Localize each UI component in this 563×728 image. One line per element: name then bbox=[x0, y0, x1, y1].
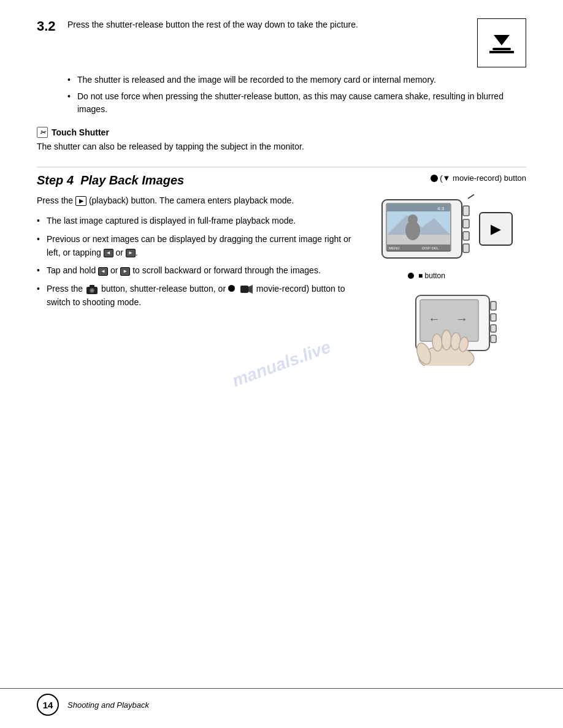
circle-bullet2-icon bbox=[228, 285, 235, 292]
step4-bullet1: The last image captured is displayed in … bbox=[37, 214, 367, 228]
svg-rect-21 bbox=[463, 219, 469, 228]
camera-label-bullet bbox=[408, 273, 414, 279]
svg-text:4:3: 4:3 bbox=[437, 206, 445, 211]
svg-text:→: → bbox=[456, 312, 468, 325]
svg-text:MENU: MENU bbox=[389, 246, 400, 250]
camera-inline-icon bbox=[86, 285, 98, 294]
step4-bullet3c: to scroll backward or forward through th… bbox=[132, 265, 321, 275]
svg-text:DISP  DEL: DISP DEL bbox=[422, 246, 439, 250]
camera-diagram-row: MENU DISP DEL 4:3 bbox=[379, 194, 526, 280]
svg-rect-31 bbox=[491, 314, 496, 321]
svg-rect-30 bbox=[491, 301, 496, 310]
hand-diagram-wrapper: ← → bbox=[379, 286, 526, 366]
down-arrow-icon bbox=[492, 32, 511, 47]
hand-diagram-svg: ← → bbox=[413, 286, 526, 366]
svg-point-37 bbox=[442, 330, 451, 350]
step4-bullet3b: or bbox=[110, 265, 118, 275]
movie-inline-icon bbox=[240, 285, 253, 294]
touch-shutter-text: The shutter can also be released by tapp… bbox=[37, 140, 526, 153]
svg-rect-2 bbox=[489, 51, 514, 53]
footer: 14 Shooting and Playback bbox=[0, 688, 563, 716]
step32-bullet2: Do not use force when pressing the shutt… bbox=[67, 90, 526, 116]
step4-bullet2: Previous or next images can be displayed… bbox=[37, 233, 367, 259]
step4-bullet2b: or bbox=[116, 248, 123, 257]
svg-rect-32 bbox=[491, 325, 496, 332]
touch-shutter-title-text: Touch Shutter bbox=[52, 127, 109, 137]
camera-label-text: ■ button bbox=[418, 271, 445, 280]
svg-rect-20 bbox=[463, 206, 469, 216]
svg-rect-33 bbox=[491, 335, 496, 343]
left-arrow-icon2: ◄ bbox=[98, 267, 108, 276]
right-arrow-icon2: ► bbox=[120, 267, 130, 276]
step4-right: MENU DISP DEL 4:3 bbox=[379, 194, 526, 366]
step32-bullets: The shutter is released and the image wi… bbox=[67, 74, 526, 116]
left-arrow-icon: ◄ bbox=[104, 249, 113, 257]
step4-content: Press the ▶ (playback) button. The camer… bbox=[37, 194, 526, 366]
note-icon: ✂ bbox=[37, 127, 48, 138]
step4-desc2: (playback) button. The camera enters pla… bbox=[89, 195, 294, 205]
svg-rect-23 bbox=[463, 244, 469, 252]
svg-rect-22 bbox=[463, 232, 469, 240]
movie-record-label-text: (▼ movie-record) button bbox=[440, 173, 526, 183]
step4-bullets: The last image captured is displayed in … bbox=[37, 214, 367, 309]
step4-bullet3: Tap and hold ◄ or ► to scroll backward o… bbox=[37, 264, 367, 278]
playback-button-box: ▶ bbox=[479, 212, 513, 246]
step32-section: 3.2 Press the shutter-release button the… bbox=[37, 18, 526, 67]
step4-side: (▼ movie-record) button bbox=[431, 173, 526, 186]
step4-left: Press the ▶ (playback) button. The camer… bbox=[37, 194, 367, 366]
svg-rect-7 bbox=[240, 286, 248, 293]
camera-svg: MENU DISP DEL 4:3 bbox=[379, 194, 474, 267]
step4-bullet4: Press the button, shutter-release button… bbox=[37, 282, 367, 309]
touch-shutter-header: ✂ Touch Shutter bbox=[37, 127, 526, 138]
touch-shutter-box: ✂ Touch Shutter The shutter can also be … bbox=[37, 127, 526, 153]
svg-marker-8 bbox=[248, 285, 253, 294]
right-arrow-icon: ► bbox=[126, 249, 136, 257]
footer-section: Shooting and Playback bbox=[67, 700, 149, 710]
camera-body-wrapper: MENU DISP DEL 4:3 bbox=[379, 194, 474, 280]
page: manuals.live 3.2 Press the shutter-relea… bbox=[0, 0, 563, 728]
step4-header: Step 4 Play Back Images (▼ movie-record)… bbox=[37, 167, 526, 188]
shutter-icon-inner bbox=[489, 32, 514, 54]
svg-marker-0 bbox=[494, 35, 510, 45]
svg-rect-6 bbox=[90, 285, 94, 287]
step32-title: Press the shutter-release button the res… bbox=[67, 18, 465, 31]
svg-point-5 bbox=[91, 289, 94, 292]
playback-inline-icon: ▶ bbox=[75, 196, 86, 206]
page-number: 14 bbox=[37, 694, 59, 716]
step32-number: 3.2 bbox=[37, 18, 67, 34]
svg-text:←: ← bbox=[428, 312, 440, 325]
svg-line-24 bbox=[468, 194, 474, 199]
step4-desc: Press the ▶ (playback) button. The camer… bbox=[37, 194, 301, 207]
circle-bullet-icon bbox=[431, 175, 438, 182]
shutter-icon-box bbox=[477, 18, 526, 67]
step4-title: Step 4 Play Back Images bbox=[37, 173, 418, 188]
plate-icon bbox=[489, 47, 514, 54]
svg-rect-1 bbox=[492, 48, 511, 50]
movie-record-label: (▼ movie-record) button bbox=[431, 173, 526, 183]
step32-bullet1: The shutter is released and the image wi… bbox=[67, 74, 526, 86]
playback-button-wrapper: ▶ bbox=[479, 212, 513, 246]
playback-button-icon: ▶ bbox=[491, 221, 501, 237]
camera-button-label: ■ button bbox=[379, 271, 474, 280]
svg-point-14 bbox=[408, 214, 418, 224]
